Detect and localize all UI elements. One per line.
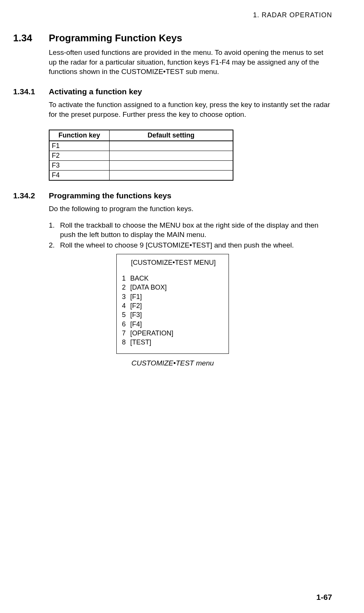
section-body: Less-often used functions are provided i… <box>49 48 332 77</box>
menu-item-text: [F1] <box>130 292 142 301</box>
section-title: Programming Function Keys <box>49 32 182 44</box>
list-item-text: Roll the trackball to choose the MENU bo… <box>60 220 332 240</box>
table-header-row: Function key Default setting <box>49 130 233 141</box>
table-row: F2 <box>49 151 233 161</box>
table-cell-default <box>109 161 233 171</box>
table-row: F1 <box>49 141 233 151</box>
menu-item-text: [F2] <box>130 301 142 310</box>
table-cell-key: F4 <box>49 171 109 181</box>
menu-item-number: 3 <box>122 292 130 301</box>
menu-item: 1 BACK <box>122 274 223 283</box>
chapter-header: 1. RADAR OPERATION <box>13 11 332 19</box>
menu-item-number: 4 <box>122 301 130 310</box>
table-cell-key: F3 <box>49 161 109 171</box>
menu-item: 5 [F3] <box>122 310 223 319</box>
menu-caption: CUSTOMIZE•TEST menu <box>13 359 332 367</box>
table-cell-default <box>109 151 233 161</box>
list-item-text: Roll the wheel to choose 9 [CUSTOMIZE•TE… <box>60 240 332 250</box>
page-number: 1-67 <box>316 593 332 602</box>
menu-item-number: 1 <box>122 274 130 283</box>
subsection-1-heading-row: 1.34.1 Activating a function key <box>13 87 332 96</box>
menu-item-number: 2 <box>122 283 130 292</box>
menu-item: 4 [F2] <box>122 301 223 310</box>
menu-item-text: [F4] <box>130 320 142 329</box>
menu-item-text: BACK <box>130 274 149 283</box>
list-item-number: 1. <box>49 220 60 240</box>
menu-box: [CUSTOMIZE•TEST MENU] 1 BACK 2 [DATA BOX… <box>116 254 229 354</box>
menu-item-number: 7 <box>122 329 130 338</box>
menu-item: 2 [DATA BOX] <box>122 283 223 292</box>
menu-item: 8 [TEST] <box>122 338 223 347</box>
subsection-1-title: Activating a function key <box>49 87 142 96</box>
menu-item-text: [F3] <box>130 310 142 319</box>
menu-item-text: [TEST] <box>130 338 151 347</box>
subsection-2-body: Do the following to program the function… <box>49 204 332 214</box>
table-row: F4 <box>49 171 233 181</box>
list-item-number: 2. <box>49 240 60 250</box>
table-header-default: Default setting <box>109 130 233 141</box>
subsection-2-title: Programming the functions keys <box>49 191 171 200</box>
subsection-2-number: 1.34.2 <box>13 191 49 200</box>
menu-box-title: [CUSTOMIZE•TEST MENU] <box>131 258 223 267</box>
list-item: 2. Roll the wheel to choose 9 [CUSTOMIZE… <box>49 240 332 250</box>
menu-item-number: 6 <box>122 320 130 329</box>
function-key-table: Function key Default setting F1 F2 F3 F4 <box>49 130 233 181</box>
table-cell-default <box>109 171 233 181</box>
menu-item-text: [DATA BOX] <box>130 283 167 292</box>
section-heading-row: 1.34 Programming Function Keys <box>13 32 332 44</box>
menu-item-text: [OPERATION] <box>130 329 173 338</box>
table-cell-default <box>109 141 233 151</box>
subsection-2-heading-row: 1.34.2 Programming the functions keys <box>13 191 332 200</box>
menu-item: 6 [F4] <box>122 320 223 329</box>
steps-list: 1. Roll the trackball to choose the MENU… <box>49 220 332 250</box>
menu-item-number: 8 <box>122 338 130 347</box>
table-header-key: Function key <box>49 130 109 141</box>
table-cell-key: F2 <box>49 151 109 161</box>
section-number: 1.34 <box>13 32 49 44</box>
menu-item: 7 [OPERATION] <box>122 329 223 338</box>
subsection-1-number: 1.34.1 <box>13 87 49 96</box>
table-cell-key: F1 <box>49 141 109 151</box>
menu-item-number: 5 <box>122 310 130 319</box>
list-item: 1. Roll the trackball to choose the MENU… <box>49 220 332 240</box>
menu-item: 3 [F1] <box>122 292 223 301</box>
subsection-1-body: To activate the function assigned to a f… <box>49 100 332 119</box>
table-row: F3 <box>49 161 233 171</box>
